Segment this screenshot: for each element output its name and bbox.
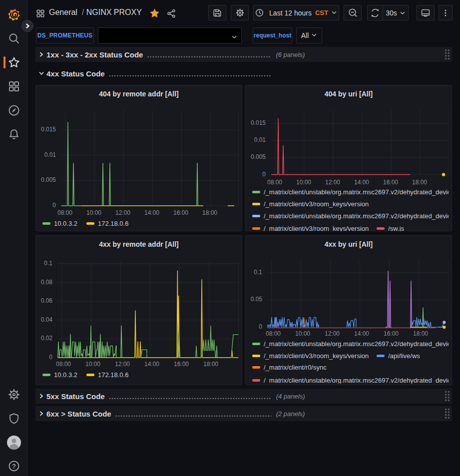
svg-text:?: ? <box>12 463 16 470</box>
